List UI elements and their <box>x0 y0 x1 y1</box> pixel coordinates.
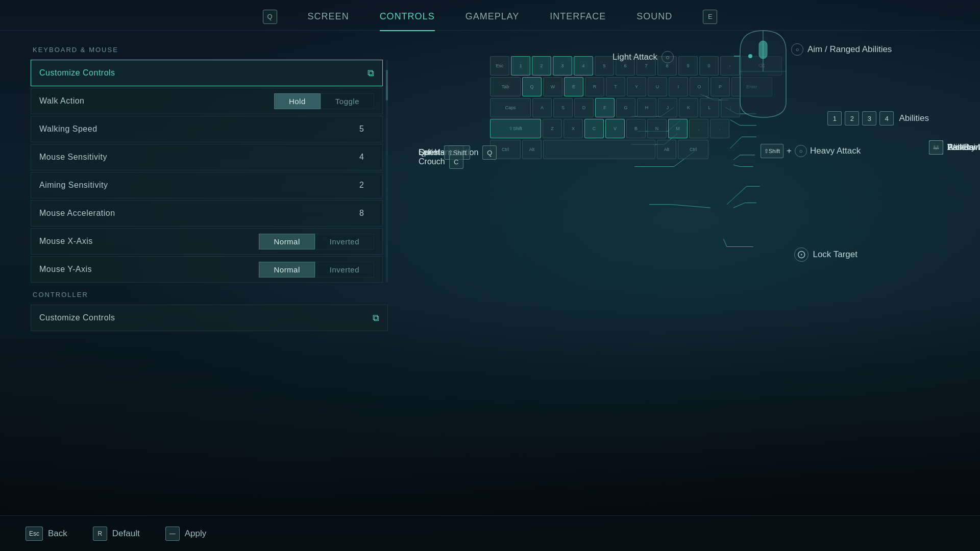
keyboard-diagram: Esc 1 2 3 4 5 6 7 8 9 0 - ⌫ <box>419 56 949 270</box>
kb-key-2: 2 <box>532 56 551 76</box>
kb-key-p: P <box>710 77 730 96</box>
mouse-acceleration-row: Mouse Acceleration 8 <box>31 200 383 227</box>
kb-key-a: A <box>532 98 552 117</box>
main-content: KEYBOARD & MOUSE Customize Controls ⧉ Wa… <box>0 31 980 536</box>
default-label: Default <box>112 529 140 539</box>
keyboard-mouse-title: KEYBOARD & MOUSE <box>33 46 388 54</box>
walk-action-toggle: Hold Toggle <box>274 93 374 109</box>
svg-point-31 <box>748 54 752 58</box>
lock-target-label: ⊙ Lock Target <box>794 247 857 262</box>
kb-key-alt: Alt <box>522 140 542 159</box>
nav-right-key[interactable]: E <box>703 10 717 24</box>
kb-key-d: D <box>574 98 594 117</box>
parkour-text: Parkour Up / Swim Up <box>947 143 980 152</box>
aiming-sensitivity-value: 2 <box>359 181 364 190</box>
kb-key-x: X <box>564 119 583 138</box>
apply-button[interactable]: — Apply <box>165 527 207 541</box>
apply-key: — <box>165 527 180 541</box>
mouse-yaxis-normal-button[interactable]: Normal <box>259 262 314 278</box>
kb-key-r: R <box>585 77 604 96</box>
mouse-xaxis-label: Mouse X-Axis <box>39 237 259 246</box>
nav-left-key[interactable]: Q <box>263 10 277 24</box>
controller-customize-row[interactable]: Customize Controls ⧉ <box>31 305 388 331</box>
aiming-sensitivity-label: Aiming Sensitivity <box>39 181 359 190</box>
customize-controls-icon[interactable]: ⧉ <box>368 68 374 79</box>
nav-item-interface[interactable]: Interface <box>550 9 606 24</box>
crouch-key: C <box>449 155 463 169</box>
crouch-label: Crouch C <box>419 155 463 169</box>
mouse-xaxis-inverted-button[interactable]: Inverted <box>315 234 374 249</box>
light-attack-text: Light Attack <box>612 52 657 62</box>
heavy-attack-label: ⇧Shift + ○ Heavy Attack <box>761 144 861 158</box>
controller-settings-list: Customize Controls ⧉ <box>31 305 388 331</box>
abilities-text: Abilities <box>899 113 929 123</box>
left-hand-action-key: Q <box>482 145 497 160</box>
right-panel: Esc 1 2 3 4 5 6 7 8 9 0 - ⌫ <box>388 46 949 536</box>
kb-key-period: . <box>710 119 729 138</box>
kb-key-s: S <box>553 98 573 117</box>
ability-4-badge: 4 <box>879 111 894 126</box>
parkour-key: — <box>929 140 943 155</box>
mouse-xaxis-toggle: Normal Inverted <box>259 234 374 249</box>
svg-line-23 <box>671 205 710 208</box>
kb-key-shift: ⇧Shift <box>490 119 541 138</box>
aim-ranged-icon: ○ <box>791 43 803 56</box>
mouse-diagram-container: Light Attack ○ <box>602 41 704 158</box>
controller-customize-icon[interactable]: ⧉ <box>373 313 379 323</box>
mouse-yaxis-row: Mouse Y-Axis Normal Inverted <box>31 256 383 283</box>
parkour-label: — Parkour Up / Swim Up <box>929 140 980 155</box>
aim-ranged-label: ○ Aim / Ranged Abilities <box>791 43 892 56</box>
settings-list: Customize Controls ⧉ Walk Action Hold To… <box>31 60 383 283</box>
kb-key-caps: Caps <box>490 98 531 117</box>
walk-action-label: Walk Action <box>39 96 274 106</box>
aim-ranged-text: Aim / Ranged Abilities <box>807 44 892 55</box>
mouse-xaxis-row: Mouse X-Axis Normal Inverted <box>31 228 383 255</box>
crouch-text: Crouch <box>419 157 445 166</box>
aiming-sensitivity-row: Aiming Sensitivity 2 <box>31 172 383 198</box>
heavy-attack-text: Heavy Attack <box>810 146 861 156</box>
kb-key-tab: Tab <box>490 77 521 96</box>
kb-key-esc: Esc <box>490 56 509 76</box>
mouse-acceleration-label: Mouse Acceleration <box>39 209 359 218</box>
nav-item-screen[interactable]: Screen <box>308 9 349 24</box>
lock-target-icon: ⊙ <box>794 247 808 262</box>
walking-speed-row: Walking Speed 5 <box>31 116 383 142</box>
controller-section: CONTROLLER Customize Controls ⧉ <box>31 291 388 331</box>
back-button[interactable]: Esc Back <box>26 527 67 541</box>
controller-panel: Customize Controls ⧉ <box>31 305 388 331</box>
page-content: Q Screen Controls Gameplay Interface Sou… <box>0 0 980 551</box>
mouse-area: Light Attack ○ <box>730 20 832 153</box>
kb-key-3: 3 <box>553 56 572 76</box>
walk-toggle-button[interactable]: Toggle <box>321 93 374 109</box>
apply-label: Apply <box>185 529 207 539</box>
walk-action-row: Walk Action Hold Toggle <box>31 88 383 114</box>
ability-2-badge: 2 <box>845 111 859 126</box>
default-button[interactable]: R Default <box>93 527 140 541</box>
kb-key-z: Z <box>543 119 562 138</box>
light-attack-icon: ○ <box>662 51 674 63</box>
back-key: Esc <box>26 527 43 541</box>
nav-item-sound[interactable]: Sound <box>636 9 672 24</box>
customize-controls-row[interactable]: Customize Controls ⧉ <box>31 60 383 86</box>
mouse-yaxis-inverted-button[interactable]: Inverted <box>315 262 374 278</box>
nav-item-controls[interactable]: Controls <box>380 9 435 24</box>
mouse-svg <box>730 20 796 122</box>
left-panel: KEYBOARD & MOUSE Customize Controls ⧉ Wa… <box>31 46 388 536</box>
kb-key-4: 4 <box>574 56 593 76</box>
controller-customize-label: Customize Controls <box>39 313 373 322</box>
kb-key-q: Q <box>522 77 542 96</box>
heavy-attack-plus: + <box>787 146 792 156</box>
mouse-xaxis-normal-button[interactable]: Normal <box>259 234 314 249</box>
keyboard-mouse-panel: Customize Controls ⧉ Walk Action Hold To… <box>31 60 388 283</box>
walking-speed-label: Walking Speed <box>39 124 359 134</box>
back-label: Back <box>48 529 67 539</box>
lock-target-text: Lock Target <box>813 249 857 260</box>
light-attack-label: Light Attack ○ <box>612 51 674 63</box>
nav-item-gameplay[interactable]: Gameplay <box>465 9 520 24</box>
walk-hold-button[interactable]: Hold <box>274 93 321 109</box>
default-key: R <box>93 527 107 541</box>
mouse-yaxis-toggle: Normal Inverted <box>259 262 374 278</box>
svg-line-21 <box>727 186 747 205</box>
kb-key-c: C <box>584 119 604 138</box>
bottom-bar: Esc Back R Default — Apply <box>0 515 980 551</box>
